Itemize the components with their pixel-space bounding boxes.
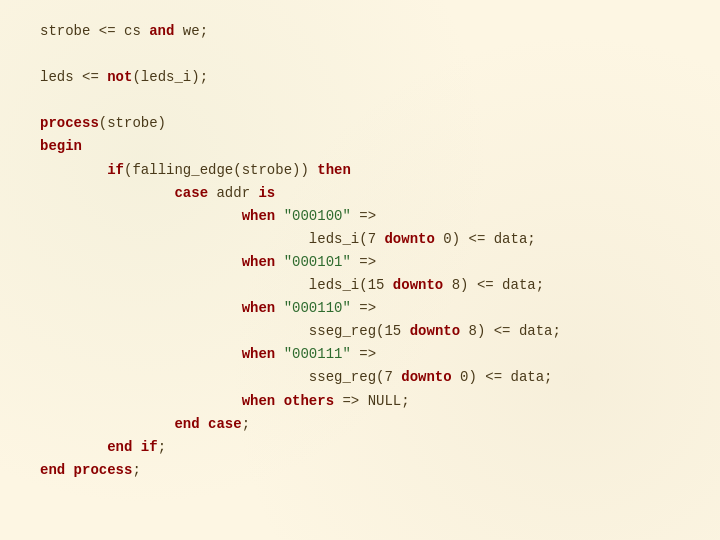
code-line-4: begin [40, 135, 680, 158]
code-line-1: strobe <= cs and we; [40, 20, 680, 43]
code-line-15: when others => NULL; [40, 390, 680, 413]
code-line-3: process(strobe) [40, 112, 680, 135]
code-line-17: end if; [40, 436, 680, 459]
code-line-11: when "000110" => [40, 297, 680, 320]
code-container: strobe <= cs and we; leds <= not(leds_i)… [0, 0, 720, 540]
blank-line-2 [40, 89, 680, 112]
code-line-10: leds_i(15 downto 8) <= data; [40, 274, 680, 297]
code-line-5: if(falling_edge(strobe)) then [40, 159, 680, 182]
code-line-16: end case; [40, 413, 680, 436]
code-line-6: case addr is [40, 182, 680, 205]
code-line-9: when "000101" => [40, 251, 680, 274]
code-line-13: when "000111" => [40, 343, 680, 366]
code-line-8: leds_i(7 downto 0) <= data; [40, 228, 680, 251]
code-line-12: sseg_reg(15 downto 8) <= data; [40, 320, 680, 343]
code-line-2: leds <= not(leds_i); [40, 66, 680, 89]
code-line-18: end process; [40, 459, 680, 482]
blank-line-1 [40, 43, 680, 66]
code-line-7: when "000100" => [40, 205, 680, 228]
code-line-14: sseg_reg(7 downto 0) <= data; [40, 366, 680, 389]
